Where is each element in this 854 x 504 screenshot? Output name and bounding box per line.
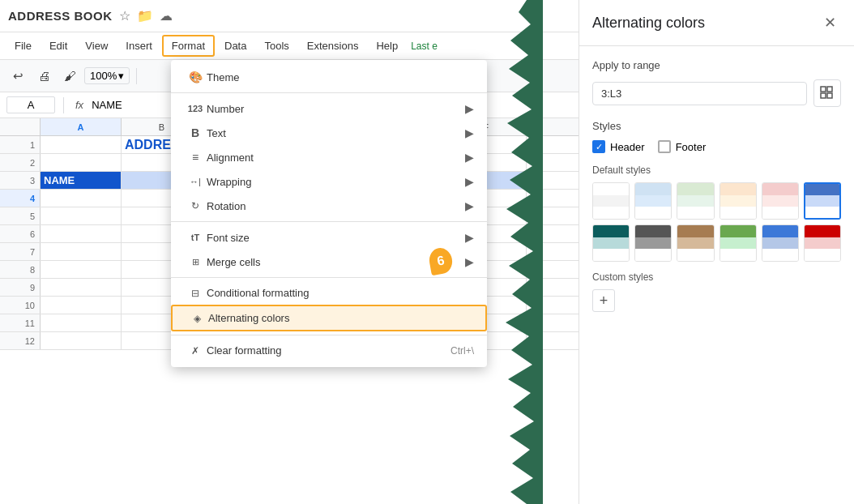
paint-button[interactable]: 🖌	[58, 65, 81, 88]
header-checkbox-item[interactable]: ✓ Header	[592, 140, 645, 153]
cell-a8[interactable]	[41, 261, 122, 278]
star-icon[interactable]: ☆	[119, 8, 130, 23]
panel-title: Alternating colors	[592, 15, 705, 32]
alternating-colors-label: Alternating colors	[208, 312, 472, 324]
cell-a6[interactable]	[41, 225, 122, 242]
alignment-icon: ≡	[184, 151, 207, 164]
menu-insert[interactable]: Insert	[117, 36, 160, 55]
cell-a7[interactable]	[41, 243, 122, 260]
menu-view[interactable]: View	[77, 36, 116, 55]
footer-checkbox[interactable]	[658, 140, 671, 153]
dropdown-separator-3	[171, 277, 487, 278]
add-custom-style-button[interactable]: +	[592, 289, 615, 312]
zoom-value: 100%	[90, 70, 117, 82]
wrapping-label: Wrapping	[207, 176, 465, 188]
style-swatch-4[interactable]	[762, 182, 799, 220]
cell-a4[interactable]	[41, 190, 122, 207]
apply-to-range-label: Apply to range	[592, 59, 841, 71]
panel-body: Apply to range Styles ✓ Header Footer	[579, 46, 854, 325]
menu-item-rotation[interactable]: ↻ Rotation ▶	[171, 194, 487, 218]
style-swatch-11[interactable]	[804, 224, 841, 262]
menu-item-conditional[interactable]: ⊟ Conditional formatting	[171, 281, 487, 305]
style-swatch-3[interactable]	[719, 182, 757, 220]
grid-select-button[interactable]	[813, 79, 841, 107]
style-swatch-0[interactable]	[592, 182, 630, 220]
range-input[interactable]	[592, 82, 807, 105]
cell-a2[interactable]	[41, 154, 122, 171]
conditional-icon: ⊟	[184, 288, 207, 299]
menu-item-number[interactable]: 123 Number ▶	[171, 96, 487, 121]
menu-item-alignment[interactable]: ≡ Alignment ▶	[171, 145, 487, 169]
svg-rect-2	[821, 93, 826, 98]
badge-value: 6	[436, 253, 446, 268]
row-number: 1	[0, 136, 41, 153]
clear-formatting-icon: ✗	[184, 345, 207, 357]
zoom-selector[interactable]: 100% ▾	[84, 67, 130, 84]
menu-item-wrapping[interactable]: ↔| Wrapping ▶	[171, 169, 487, 194]
menu-item-alternating-colors[interactable]: ◈ Alternating colors	[171, 305, 487, 331]
cloud-icon[interactable]: ☁	[160, 8, 173, 23]
row-number: 6	[0, 225, 41, 242]
header-footer-row: ✓ Header Footer	[592, 140, 841, 153]
row-number: 7	[0, 243, 41, 260]
text-label: Text	[207, 127, 465, 139]
menu-format[interactable]: Format	[162, 35, 215, 57]
cell-a5[interactable]	[41, 207, 122, 224]
folder-icon[interactable]: 📁	[137, 8, 153, 23]
theme-icon: 🎨	[184, 70, 207, 83]
wrapping-icon: ↔|	[184, 177, 207, 186]
cell-a11[interactable]	[41, 314, 122, 331]
footer-label: Footer	[676, 141, 707, 153]
text-icon: B	[184, 126, 207, 139]
cell-a1[interactable]	[41, 136, 122, 153]
style-swatch-5[interactable]	[804, 182, 841, 220]
cell-a9[interactable]	[41, 279, 122, 296]
panel-header: Alternating colors ✕	[579, 0, 854, 46]
header-checkbox[interactable]: ✓	[592, 140, 605, 153]
style-swatch-9[interactable]	[719, 224, 757, 262]
style-swatch-8[interactable]	[677, 224, 714, 262]
menu-item-clear-formatting[interactable]: ✗ Clear formatting Ctrl+\	[171, 339, 487, 362]
styles-grid	[592, 182, 841, 262]
cell-a12[interactable]	[41, 332, 122, 349]
menu-file[interactable]: File	[6, 36, 40, 55]
menu-tools[interactable]: Tools	[256, 36, 297, 55]
corner-cell[interactable]	[0, 118, 41, 135]
row-number: 2	[0, 154, 41, 171]
style-swatch-6[interactable]	[592, 224, 630, 262]
menu-bar: File Edit View Insert Format Data Tools …	[0, 32, 579, 60]
alternating-colors-panel: Alternating colors ✕ Apply to range Styl…	[579, 0, 854, 504]
row-number: 3	[0, 172, 41, 189]
zoom-arrow: ▾	[118, 70, 124, 82]
menu-item-theme[interactable]: 🎨 Theme	[171, 65, 487, 89]
cell-a10[interactable]	[41, 297, 122, 314]
rotation-label: Rotation	[207, 200, 465, 212]
style-swatch-2[interactable]	[677, 182, 714, 220]
default-styles-label: Default styles	[592, 164, 841, 176]
row-number: 5	[0, 207, 41, 224]
title-icons: ☆ 📁 ☁	[119, 8, 173, 23]
menu-extensions[interactable]: Extensions	[299, 36, 367, 55]
style-swatch-10[interactable]	[762, 224, 799, 262]
menu-edit[interactable]: Edit	[41, 36, 75, 55]
style-swatch-7[interactable]	[634, 224, 672, 262]
menu-item-text[interactable]: B Text ▶	[171, 121, 487, 145]
font-size-arrow: ▶	[465, 231, 474, 244]
menu-data[interactable]: Data	[216, 36, 254, 55]
redo-button[interactable]: 🖨	[32, 65, 55, 88]
title-bar: ADDRESS BOOK ☆ 📁 ☁	[0, 0, 579, 32]
menu-item-font-size[interactable]: tT Font size ▶	[171, 225, 487, 250]
text-arrow: ▶	[465, 126, 474, 139]
style-swatch-1[interactable]	[634, 182, 672, 220]
panel-close-button[interactable]: ✕	[818, 11, 841, 34]
conditional-label: Conditional formatting	[207, 287, 474, 299]
footer-checkbox-item[interactable]: Footer	[658, 140, 707, 153]
formula-separator	[63, 97, 64, 113]
cell-reference-input[interactable]	[6, 96, 55, 113]
svg-rect-1	[827, 87, 832, 92]
col-header-a[interactable]: A	[41, 118, 122, 135]
undo-button[interactable]: ↩	[6, 65, 29, 88]
fx-label: fx	[75, 99, 83, 111]
cell-a3[interactable]: NAME	[41, 172, 122, 189]
menu-help[interactable]: Help	[368, 36, 406, 55]
